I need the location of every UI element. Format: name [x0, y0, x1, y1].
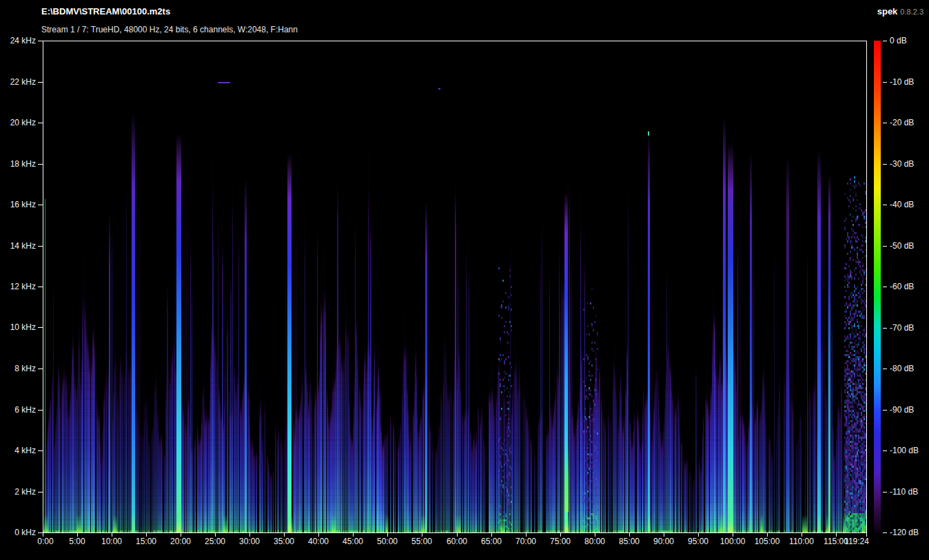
db-tick-label: -120 dB — [890, 528, 919, 537]
time-tick-label: 50:00 — [377, 537, 398, 546]
time-tick-label: 35:00 — [274, 537, 294, 546]
db-tick — [883, 410, 887, 411]
db-tick — [883, 82, 887, 83]
db-colorbar — [874, 41, 881, 533]
time-tick-label: 15:00 — [136, 537, 156, 546]
spek-window: E:\BDMV\STREAM\00100.m2ts Stream 1 / 7: … — [0, 0, 929, 560]
freq-tick — [38, 369, 43, 369]
app-brand: spek0.8.2.3 — [877, 6, 923, 17]
app-name: spek — [877, 6, 898, 17]
freq-tick-label: 14 kHz — [1, 241, 36, 251]
time-tick-label: 25:00 — [205, 537, 225, 546]
freq-tick — [38, 164, 43, 165]
time-tick-label: 75:00 — [550, 537, 571, 546]
freq-tick-label: 20 kHz — [1, 118, 36, 127]
freq-tick-label: 16 kHz — [1, 200, 36, 209]
time-tick-label: 30:00 — [239, 537, 260, 546]
time-tick-label: 40:00 — [308, 537, 329, 546]
freq-tick — [38, 123, 43, 123]
freq-tick-label: 2 kHz — [1, 487, 36, 497]
db-tick-label: -100 dB — [890, 446, 919, 455]
app-version: 0.8.2.3 — [900, 8, 923, 16]
freq-tick-label: 24 kHz — [1, 36, 36, 45]
time-tick-label: 60:00 — [447, 537, 467, 546]
freq-tick-label: 22 kHz — [1, 77, 36, 87]
freq-tick-label: 10 kHz — [1, 322, 36, 332]
db-tick — [883, 492, 887, 492]
time-tick-label: 65:00 — [481, 537, 502, 546]
time-tick-label: 5:00 — [69, 537, 85, 546]
stream-info: Stream 1 / 7: TrueHD, 48000 Hz, 24 bits,… — [41, 25, 298, 34]
db-tick-label: -10 dB — [890, 77, 914, 87]
db-tick-label: -70 dB — [890, 323, 914, 333]
db-tick — [883, 123, 887, 123]
db-tick — [883, 450, 887, 451]
freq-tick-label: 6 kHz — [1, 405, 36, 415]
spectrogram-canvas — [43, 41, 866, 532]
time-tick-label: 10:00 — [101, 537, 122, 546]
db-tick-label: 0 dB — [890, 36, 907, 45]
time-tick-label: 110:00 — [789, 537, 814, 546]
db-tick — [883, 532, 887, 533]
freq-tick — [38, 410, 43, 411]
time-tick-label: 90:00 — [653, 537, 674, 546]
file-path: E:\BDMV\STREAM\00100.m2ts — [41, 6, 170, 17]
db-tick — [883, 164, 887, 165]
db-tick-label: -60 dB — [890, 282, 914, 291]
time-tick-label: 100:00 — [720, 537, 746, 546]
freq-tick — [38, 41, 43, 41]
db-tick-label: -80 dB — [890, 364, 914, 373]
time-tick-label: 70:00 — [515, 537, 536, 546]
db-tick — [883, 41, 887, 41]
freq-tick — [38, 532, 43, 533]
db-tick-label: -90 dB — [890, 405, 914, 415]
freq-tick — [38, 287, 43, 287]
time-tick-label: 45:00 — [343, 537, 363, 546]
db-tick — [883, 369, 887, 369]
freq-tick — [38, 450, 43, 451]
freq-tick-label: 0 kHz — [1, 528, 36, 537]
freq-tick — [38, 327, 43, 328]
db-tick — [883, 328, 887, 329]
freq-tick — [38, 246, 43, 247]
db-tick — [883, 205, 887, 205]
time-tick-label: 85:00 — [619, 537, 640, 546]
db-tick — [883, 246, 887, 247]
db-tick-label: -110 dB — [890, 487, 918, 497]
freq-tick — [38, 492, 43, 492]
db-tick — [883, 287, 887, 287]
freq-tick — [38, 205, 43, 205]
time-tick-label: 105:00 — [755, 537, 780, 546]
time-tick-label: 20:00 — [170, 537, 191, 546]
db-tick-label: -30 dB — [890, 159, 914, 169]
time-tick-label: 80:00 — [584, 537, 605, 546]
time-tick-label: 0:00 — [37, 537, 53, 546]
freq-tick-label: 4 kHz — [1, 446, 36, 455]
time-tick-label: 119:24 — [844, 537, 869, 546]
time-tick-label: 55:00 — [411, 537, 432, 546]
freq-tick-label: 12 kHz — [1, 282, 36, 291]
freq-tick — [38, 82, 43, 83]
db-tick-label: -20 dB — [890, 118, 914, 127]
db-tick-label: -50 dB — [890, 241, 914, 251]
time-tick-label: 95:00 — [688, 537, 708, 546]
freq-tick-label: 18 kHz — [1, 159, 36, 169]
freq-tick-label: 8 kHz — [1, 364, 36, 373]
db-tick-label: -40 dB — [890, 200, 914, 209]
